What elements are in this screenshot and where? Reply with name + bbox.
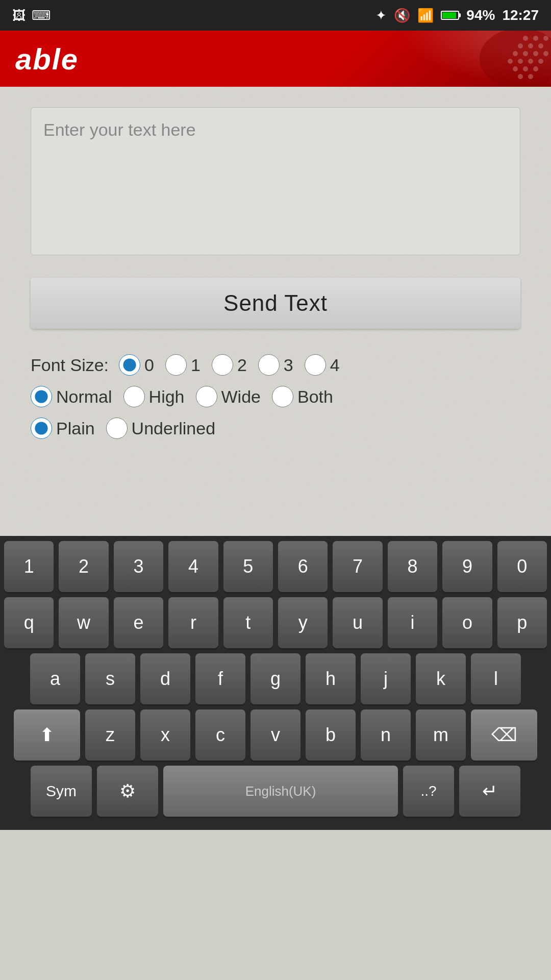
settings-key[interactable]: ⚙ bbox=[97, 766, 158, 817]
style-both[interactable]: Both bbox=[272, 386, 333, 407]
key-8[interactable]: 8 bbox=[388, 541, 437, 592]
sym-key[interactable]: Sym bbox=[31, 766, 92, 817]
app-header: able bbox=[0, 31, 551, 87]
style-normal-label: Normal bbox=[56, 387, 112, 407]
keyboard-icon: ⌨ bbox=[32, 8, 51, 23]
battery-percent: 94% bbox=[466, 7, 495, 23]
key-l[interactable]: l bbox=[471, 653, 521, 704]
key-f[interactable]: f bbox=[195, 653, 245, 704]
svg-point-19 bbox=[480, 31, 551, 87]
keyboard-row-bottom: Sym ⚙ English(UK) ..? ↵ bbox=[4, 766, 547, 817]
key-o[interactable]: o bbox=[442, 597, 492, 648]
key-n[interactable]: n bbox=[361, 709, 411, 761]
font-size-3[interactable]: 3 bbox=[258, 354, 293, 376]
key-d[interactable]: d bbox=[140, 653, 190, 704]
underline-row: Plain Underlined bbox=[31, 418, 520, 439]
key-e[interactable]: e bbox=[114, 597, 163, 648]
mute-icon: 🔇 bbox=[394, 8, 410, 23]
options-container: Font Size: 0 1 2 3 bbox=[31, 349, 520, 454]
keyboard-row-qwerty: q w e r t y u i o p bbox=[4, 597, 547, 648]
font-size-3-label: 3 bbox=[284, 355, 293, 375]
key-a[interactable]: a bbox=[30, 653, 80, 704]
key-0[interactable]: 0 bbox=[497, 541, 547, 592]
underline-plain[interactable]: Plain bbox=[31, 418, 95, 439]
enter-key[interactable]: ↵ bbox=[459, 766, 520, 817]
key-4[interactable]: 4 bbox=[168, 541, 218, 592]
key-j[interactable]: j bbox=[361, 653, 411, 704]
style-both-label: Both bbox=[297, 387, 333, 407]
key-5[interactable]: 5 bbox=[223, 541, 273, 592]
key-2[interactable]: 2 bbox=[59, 541, 108, 592]
font-size-1[interactable]: 1 bbox=[165, 354, 201, 376]
style-high-label: High bbox=[149, 387, 185, 407]
font-size-0[interactable]: 0 bbox=[119, 354, 154, 376]
key-u[interactable]: u bbox=[333, 597, 382, 648]
style-row: Normal High Wide Both bbox=[31, 386, 520, 407]
header-decoration bbox=[408, 31, 551, 87]
text-input[interactable] bbox=[31, 107, 520, 255]
backspace-key[interactable]: ⌫ bbox=[471, 709, 537, 761]
key-1[interactable]: 1 bbox=[4, 541, 54, 592]
font-size-2[interactable]: 2 bbox=[212, 354, 247, 376]
font-size-label: Font Size: bbox=[31, 355, 109, 375]
key-b[interactable]: b bbox=[306, 709, 356, 761]
key-9[interactable]: 9 bbox=[442, 541, 492, 592]
signal-icon: 📶 bbox=[417, 8, 434, 23]
bluetooth-icon: ✦ bbox=[375, 8, 387, 23]
underline-underlined-label: Underlined bbox=[132, 419, 215, 438]
key-p[interactable]: p bbox=[497, 597, 547, 648]
key-x[interactable]: x bbox=[140, 709, 190, 761]
send-button[interactable]: Send Text bbox=[31, 278, 520, 329]
key-r[interactable]: r bbox=[168, 597, 218, 648]
key-y[interactable]: y bbox=[278, 597, 328, 648]
right-status-icons: ✦ 🔇 📶 94% 12:27 bbox=[375, 7, 539, 23]
key-v[interactable]: v bbox=[251, 709, 300, 761]
key-w[interactable]: w bbox=[59, 597, 108, 648]
space-key[interactable]: English(UK) bbox=[163, 766, 398, 817]
key-t[interactable]: t bbox=[223, 597, 273, 648]
font-size-row: Font Size: 0 1 2 3 bbox=[31, 354, 520, 376]
status-bar: 🖼 ⌨ ✦ 🔇 📶 94% 12:27 bbox=[0, 0, 551, 31]
key-q[interactable]: q bbox=[4, 597, 54, 648]
key-h[interactable]: h bbox=[306, 653, 356, 704]
style-high[interactable]: High bbox=[123, 386, 185, 407]
key-i[interactable]: i bbox=[388, 597, 437, 648]
key-g[interactable]: g bbox=[251, 653, 300, 704]
underline-options: Plain Underlined bbox=[31, 418, 222, 439]
style-wide[interactable]: Wide bbox=[196, 386, 261, 407]
underline-plain-label: Plain bbox=[56, 419, 95, 438]
battery-icon bbox=[441, 11, 459, 20]
font-size-0-label: 0 bbox=[144, 355, 154, 375]
font-size-4[interactable]: 4 bbox=[305, 354, 340, 376]
punctuation-key[interactable]: ..? bbox=[403, 766, 454, 817]
key-k[interactable]: k bbox=[416, 653, 466, 704]
font-size-4-label: 4 bbox=[330, 355, 340, 375]
font-size-1-label: 1 bbox=[191, 355, 201, 375]
key-c[interactable]: c bbox=[195, 709, 245, 761]
app-logo: able bbox=[15, 42, 79, 76]
underline-underlined[interactable]: Underlined bbox=[106, 418, 215, 439]
clock: 12:27 bbox=[502, 7, 539, 23]
style-wide-label: Wide bbox=[221, 387, 261, 407]
image-icon: 🖼 bbox=[12, 8, 26, 23]
keyboard: 1 2 3 4 5 6 7 8 9 0 q w e r t y u i o p … bbox=[0, 536, 551, 830]
keyboard-row-numbers: 1 2 3 4 5 6 7 8 9 0 bbox=[4, 541, 547, 592]
key-6[interactable]: 6 bbox=[278, 541, 328, 592]
keyboard-row-asdf: a s d f g h j k l bbox=[4, 653, 547, 704]
left-status-icons: 🖼 ⌨ bbox=[12, 8, 51, 23]
key-m[interactable]: m bbox=[416, 709, 466, 761]
main-content: Send Text Font Size: 0 1 2 bbox=[0, 87, 551, 536]
shift-key[interactable]: ⬆ bbox=[14, 709, 80, 761]
style-options: Normal High Wide Both bbox=[31, 386, 340, 407]
style-normal[interactable]: Normal bbox=[31, 386, 112, 407]
keyboard-row-zxcv: ⬆ z x c v b n m ⌫ bbox=[4, 709, 547, 761]
key-7[interactable]: 7 bbox=[333, 541, 382, 592]
key-z[interactable]: z bbox=[85, 709, 135, 761]
key-3[interactable]: 3 bbox=[114, 541, 163, 592]
key-s[interactable]: s bbox=[85, 653, 135, 704]
font-size-options: 0 1 2 3 4 bbox=[119, 354, 347, 376]
font-size-2-label: 2 bbox=[237, 355, 247, 375]
